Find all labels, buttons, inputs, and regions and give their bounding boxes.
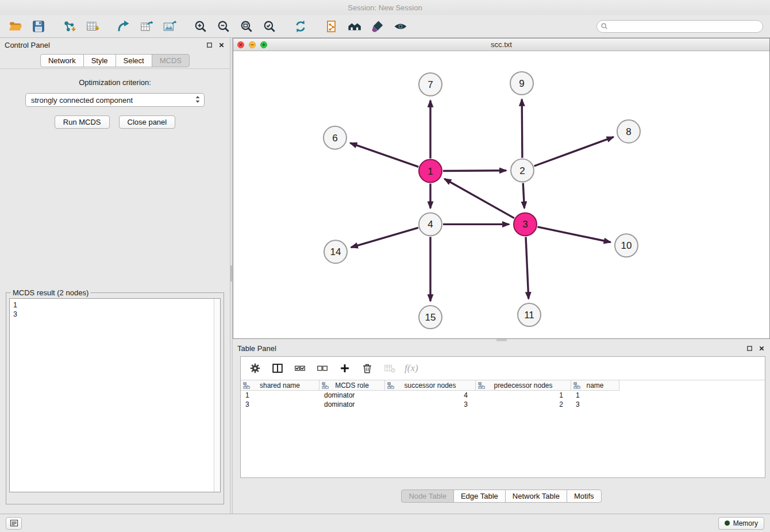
- table-row[interactable]: 3 dominator 3 2 3: [241, 400, 765, 409]
- import-table-icon: [85, 19, 100, 34]
- show-hide-button[interactable]: [392, 18, 409, 35]
- cell-mcds-role[interactable]: dominator: [319, 400, 385, 409]
- criterion-selected-value: strongly connected component: [31, 96, 133, 105]
- window-zoom-button[interactable]: [260, 41, 267, 48]
- annotation-button[interactable]: [323, 18, 340, 35]
- graph-edge[interactable]: [538, 227, 611, 242]
- zoom-in-button[interactable]: [192, 18, 209, 35]
- horizontal-divider-grip[interactable]: [496, 339, 507, 341]
- table-panel-title: Table Panel: [237, 344, 276, 353]
- table-settings-button[interactable]: [248, 361, 263, 376]
- cell-shared-name[interactable]: 3: [241, 400, 319, 409]
- apply-style-button[interactable]: [369, 18, 386, 35]
- zoom-out-button[interactable]: [215, 18, 232, 35]
- import-table-button[interactable]: [84, 18, 101, 35]
- table-row[interactable]: 1 dominator 4 1 1: [241, 391, 765, 400]
- graph-edge[interactable]: [526, 237, 529, 299]
- graph-node[interactable]: 3: [514, 213, 537, 236]
- graph-edge[interactable]: [534, 137, 614, 166]
- column-header-shared-name[interactable]: shared name: [241, 380, 319, 391]
- column-header-mcds-role[interactable]: MCDS role: [319, 380, 385, 391]
- cell-filler: [619, 400, 765, 409]
- zoom-out-icon: [216, 19, 231, 34]
- tab-node-table[interactable]: Node Table: [401, 489, 454, 503]
- graph-node[interactable]: 6: [324, 126, 346, 149]
- tab-edge-table[interactable]: Edge Table: [453, 489, 506, 503]
- column-header-name[interactable]: name: [571, 380, 619, 391]
- cell-name[interactable]: 1: [571, 391, 619, 400]
- select-all-button[interactable]: [292, 361, 307, 376]
- zoom-selected-button[interactable]: [261, 18, 278, 35]
- graph-node[interactable]: 9: [510, 72, 533, 95]
- window-minimize-button[interactable]: [249, 41, 256, 48]
- function-builder-button[interactable]: f(x): [405, 361, 418, 376]
- result-scrollbar[interactable]: [214, 299, 220, 492]
- add-column-button[interactable]: [337, 361, 352, 376]
- graph-node[interactable]: 1: [419, 160, 442, 183]
- network-canvas[interactable]: 7968124314101511: [233, 51, 769, 338]
- horizontal-divider[interactable]: [233, 339, 770, 341]
- network-from-table-button[interactable]: [138, 18, 155, 35]
- control-panel-close-button[interactable]: [217, 41, 225, 49]
- open-session-button[interactable]: [7, 18, 24, 35]
- home-button[interactable]: [346, 18, 363, 35]
- export-image-button[interactable]: [161, 18, 178, 35]
- window-close-button[interactable]: [237, 41, 244, 48]
- save-session-button[interactable]: [30, 18, 47, 35]
- refresh-button[interactable]: [292, 18, 309, 35]
- run-mcds-button[interactable]: Run MCDS: [55, 115, 110, 129]
- tab-select[interactable]: Select: [116, 54, 152, 67]
- graph-edge[interactable]: [350, 143, 418, 167]
- memory-button[interactable]: Memory: [718, 517, 764, 530]
- cell-mcds-role[interactable]: dominator: [319, 391, 385, 400]
- window-titlebar: Session: New Session: [0, 0, 770, 15]
- search-input[interactable]: [596, 20, 763, 33]
- graph-edge[interactable]: [443, 171, 506, 171]
- column-header-predecessor-nodes[interactable]: predecessor nodes: [476, 380, 571, 391]
- graph-node[interactable]: 4: [419, 213, 442, 236]
- cell-successor-nodes[interactable]: 4: [385, 391, 476, 400]
- new-network-button[interactable]: [115, 18, 132, 35]
- divider-grip[interactable]: [230, 265, 232, 282]
- import-network-button[interactable]: [61, 18, 78, 35]
- graph-node[interactable]: 11: [518, 303, 541, 326]
- graph-edge[interactable]: [523, 183, 524, 209]
- cell-predecessor-nodes[interactable]: 2: [476, 400, 571, 409]
- tab-network-table[interactable]: Network Table: [505, 489, 567, 503]
- criterion-select[interactable]: strongly connected component: [25, 93, 205, 107]
- graph-edge[interactable]: [444, 179, 514, 218]
- table-panel-float-button[interactable]: [745, 344, 753, 352]
- svg-text:1: 1: [428, 166, 433, 177]
- node-table: shared name MCDS role successor nodes pr…: [241, 380, 765, 477]
- tab-motifs[interactable]: Motifs: [567, 489, 602, 503]
- cell-successor-nodes[interactable]: 3: [385, 400, 476, 409]
- cell-shared-name[interactable]: 1: [241, 391, 319, 400]
- tab-network[interactable]: Network: [40, 54, 84, 67]
- mcds-result-box: 1 3: [9, 298, 221, 492]
- graph-node[interactable]: 2: [511, 159, 534, 182]
- tab-style[interactable]: Style: [83, 54, 116, 67]
- svg-text:8: 8: [626, 126, 631, 137]
- graph-edge[interactable]: [351, 228, 418, 247]
- graph-edge[interactable]: [522, 99, 522, 158]
- graph-node[interactable]: 15: [419, 306, 442, 329]
- graph-node[interactable]: 14: [324, 240, 347, 263]
- attribute-tree-icon: [243, 382, 250, 389]
- control-panel-float-button[interactable]: [205, 41, 213, 49]
- table-panel-close-button[interactable]: [757, 344, 765, 352]
- show-column-button[interactable]: [270, 361, 285, 376]
- cell-predecessor-nodes[interactable]: 1: [476, 391, 571, 400]
- graph-node[interactable]: 10: [615, 234, 638, 257]
- task-history-button[interactable]: [6, 517, 22, 530]
- column-header-successor-nodes[interactable]: successor nodes: [385, 380, 476, 391]
- tab-mcds[interactable]: MCDS: [152, 54, 190, 67]
- graph-node[interactable]: 7: [419, 73, 442, 96]
- zoom-fit-button[interactable]: [238, 18, 255, 35]
- delete-column-button[interactable]: [360, 361, 375, 376]
- cell-name[interactable]: 3: [571, 400, 619, 409]
- panel-divider[interactable]: [230, 38, 233, 514]
- deselect-all-button[interactable]: [315, 361, 330, 376]
- graph-node[interactable]: 8: [617, 120, 640, 143]
- close-panel-button[interactable]: Close panel: [119, 115, 176, 129]
- delete-table-button[interactable]: [382, 361, 397, 376]
